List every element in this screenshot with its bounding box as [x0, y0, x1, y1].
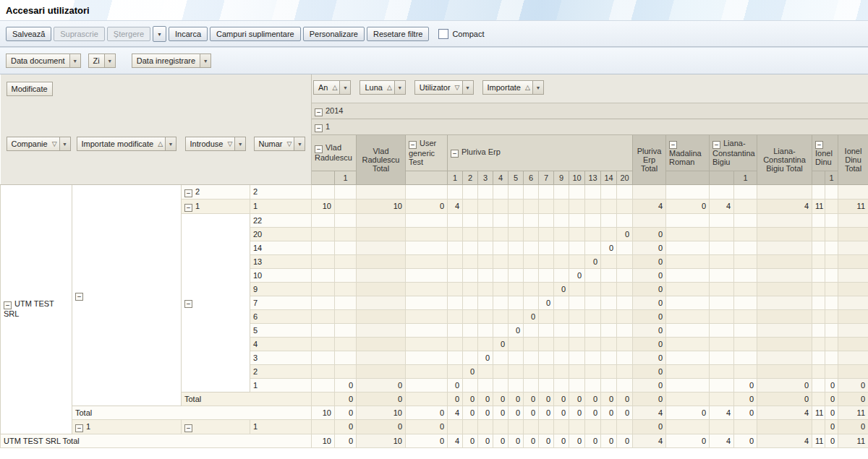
filter-dropdown-icon[interactable]: ▼ — [59, 137, 70, 150]
collapse-icon[interactable]: − — [315, 108, 323, 116]
subcol-header[interactable]: 3 — [478, 171, 493, 184]
pivot-cell — [312, 323, 335, 337]
subcol-header[interactable]: 1 — [825, 171, 838, 184]
collapse-icon[interactable]: − — [4, 301, 12, 309]
subcol-header[interactable] — [812, 171, 825, 184]
field-importate-modificate[interactable]: Importate modificate△▼ — [77, 137, 177, 151]
collapse-icon[interactable]: − — [184, 300, 192, 308]
save-options-dropdown[interactable]: ▼ — [153, 26, 166, 42]
compact-checkbox[interactable] — [438, 29, 448, 39]
subcol-header[interactable]: 13 — [585, 171, 601, 184]
filter-dropdown-icon[interactable]: ▼ — [532, 81, 543, 94]
filter-data-document[interactable]: Data document ▼ — [6, 53, 81, 68]
filter-dropdown-icon[interactable]: ▼ — [294, 137, 305, 150]
collapse-icon[interactable]: − — [315, 124, 323, 132]
col-total-header[interactable]: Liana-Constantina Bigiu Total — [757, 134, 812, 184]
pivot-cell — [335, 364, 357, 378]
col-group-header[interactable]: −Vlad Radulescu — [312, 134, 357, 171]
filter-dropdown-icon[interactable]: ▼ — [394, 81, 405, 94]
pivot-cell: 4 — [633, 406, 666, 419]
field-label: Utilizator — [415, 83, 455, 92]
subcol-header[interactable]: 20 — [617, 171, 633, 184]
company-group-cell[interactable]: −UTM TEST SRL — [1, 184, 72, 434]
collapse-icon[interactable]: − — [409, 141, 417, 149]
col-group-header[interactable]: −Madalina Roman — [666, 134, 710, 171]
collapse-icon[interactable]: − — [75, 424, 83, 432]
collapse-icon[interactable]: − — [184, 424, 192, 432]
col-group-header[interactable]: −User generic Test — [406, 134, 448, 171]
collapse-icon[interactable]: − — [184, 204, 192, 212]
compact-checkbox-wrap[interactable]: Compact — [438, 29, 484, 39]
chevron-down-icon[interactable]: ▼ — [200, 54, 210, 67]
pivot-cell — [524, 296, 539, 309]
extra-fields-button[interactable]: Campuri suplimentare — [210, 27, 301, 41]
pivot-cell — [524, 254, 539, 268]
group-merged-cell[interactable]: − — [72, 184, 182, 406]
field-introduse[interactable]: Introduse▽▼ — [185, 137, 247, 151]
pivot-cell: 10 — [312, 199, 335, 213]
filter-data-inregistrare[interactable]: Data inregistrare ▼ — [132, 53, 211, 68]
field-numar[interactable]: Numar▽▼ — [254, 137, 306, 151]
group-cell[interactable]: −2 — [182, 184, 250, 199]
subcol-header[interactable]: 5 — [509, 171, 524, 184]
col-total-header[interactable]: Vlad Radulescu Total — [357, 134, 406, 184]
reset-filters-button[interactable]: Resetare filtre — [367, 27, 429, 41]
personalize-button[interactable]: Personalizare — [303, 27, 365, 41]
pivot-cell: 0 — [539, 296, 554, 309]
subcol-header[interactable]: 4 — [493, 171, 509, 184]
subcol-header[interactable]: 7 — [539, 171, 554, 184]
subcol-header[interactable]: 2 — [463, 171, 478, 184]
collapse-icon[interactable]: − — [75, 293, 83, 301]
filter-zi[interactable]: Zi ▼ — [88, 53, 116, 68]
filter-dropdown-icon[interactable]: ▼ — [462, 81, 473, 94]
subcol-header[interactable]: 1 — [335, 171, 357, 184]
subcol-header[interactable]: 1 — [734, 171, 757, 184]
col-group-header[interactable]: −Pluriva Erp — [448, 134, 633, 171]
field-utilizator[interactable]: Utilizator▽▼ — [414, 80, 474, 95]
subcol-header[interactable]: 14 — [601, 171, 617, 184]
subcol-header[interactable]: 10 — [569, 171, 585, 184]
subcol-header[interactable]: 9 — [554, 171, 569, 184]
col-total-header[interactable]: Pluriva Erp Total — [633, 134, 666, 184]
filter-dropdown-icon[interactable]: ▼ — [165, 137, 176, 150]
col-total-header[interactable]: Ionel Dinu Total — [838, 134, 868, 184]
field-importate[interactable]: Importate△▼ — [482, 80, 544, 95]
row-label-cell: 6 — [250, 309, 312, 323]
subcol-header[interactable] — [710, 171, 734, 184]
save-button[interactable]: Salvează — [6, 27, 51, 41]
pivot-cell — [478, 241, 493, 254]
load-button[interactable]: Incarca — [169, 27, 208, 41]
group-cell[interactable]: −1 — [72, 419, 182, 434]
field-an[interactable]: An△▼ — [313, 80, 351, 95]
pivot-cell — [812, 419, 825, 434]
pivot-cell — [406, 378, 448, 392]
field-companie[interactable]: Companie▽▼ — [7, 137, 71, 151]
collapse-icon[interactable]: − — [184, 189, 192, 197]
subcol-header[interactable]: 1 — [448, 171, 463, 184]
year-group-header[interactable]: −2014 — [312, 103, 868, 119]
filter-dropdown-icon[interactable]: ▼ — [339, 81, 350, 94]
col-group-header[interactable]: −Ionel Dinu — [812, 134, 838, 171]
collapse-icon[interactable]: − — [815, 141, 823, 149]
group-merged-cell[interactable]: − — [182, 213, 250, 392]
subcol-header[interactable] — [312, 171, 335, 184]
month-group-header[interactable]: −1 — [312, 119, 868, 134]
collapse-icon[interactable]: − — [669, 141, 677, 149]
filter-dropdown-icon[interactable]: ▼ — [234, 137, 245, 150]
collapse-icon[interactable]: − — [451, 150, 459, 158]
group-cell[interactable]: −1 — [182, 199, 250, 213]
subcol-header[interactable]: 6 — [524, 171, 539, 184]
col-group-header[interactable]: −Liana-Constantina Bigiu — [710, 134, 757, 171]
pivot-cell — [312, 184, 335, 199]
subcol-header[interactable] — [406, 171, 448, 184]
sort-desc-icon: ▽ — [455, 84, 462, 91]
field-luna[interactable]: Luna△▼ — [359, 80, 405, 95]
chevron-down-icon[interactable]: ▼ — [69, 54, 80, 67]
chevron-down-icon[interactable]: ▼ — [104, 54, 115, 67]
collapse-icon[interactable]: − — [315, 145, 323, 153]
pivot-cell — [554, 419, 569, 434]
subcol-header[interactable] — [666, 171, 710, 184]
collapse-icon[interactable]: − — [712, 141, 720, 149]
group-cell[interactable]: − — [182, 419, 250, 434]
data-field-button[interactable]: Modificate — [7, 82, 53, 96]
